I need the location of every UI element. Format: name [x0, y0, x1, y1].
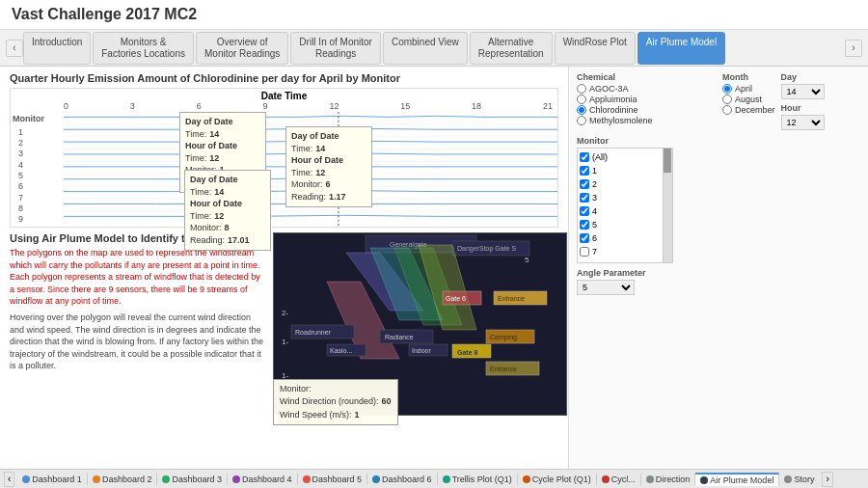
day-select[interactable]: 14 [781, 84, 825, 99]
monitor-checkbox-list[interactable]: (All) 1 2 3 4 5 6 7 [577, 148, 664, 263]
app-title: Vast Challenge 2017 MC2 [12, 6, 856, 23]
tab-introduction[interactable]: Introduction [23, 32, 91, 65]
monitor-rows: Monitor 123 456 789 [11, 112, 557, 226]
monitor-check-2[interactable]: 2 [580, 177, 661, 191]
right-panel: Chemical AGOC-3A Appluimonia Chlorodinin… [569, 67, 868, 488]
svg-text:Gate 6: Gate 6 [446, 295, 466, 302]
chemical-radios: AGOC-3A Appluimonia Chlorodinine Methylo… [577, 84, 715, 125]
bottom-tab-dashboard3[interactable]: Dashboard 3 [157, 474, 228, 485]
tab-air-plume[interactable]: Air Plume Model [637, 32, 725, 65]
navigation-bar: ‹ Introduction Monitors &Factories Locat… [0, 30, 868, 67]
map-hover-tooltip: Monitor: Wind Direction (rounded):60 Win… [273, 379, 398, 426]
svg-text:Kasio...: Kasio... [330, 347, 352, 354]
bottom-tab-cycle[interactable]: Cycle Plot (Q1) [518, 474, 597, 485]
monitor-check-all[interactable]: (All) [580, 150, 661, 164]
bottom-tab-cycl[interactable]: Cycl... [597, 474, 641, 485]
svg-text:Camping: Camping [490, 334, 517, 341]
svg-text:Radiance: Radiance [385, 334, 414, 340]
angle-label: Angle Parameter [577, 268, 860, 278]
map-section: Generalgate DangerStop Gate S [273, 232, 567, 425]
monitor-check-4[interactable]: 4 [580, 204, 661, 218]
description-para2: Hovering over the polygon will reveal th… [10, 312, 265, 372]
tooltip-monitor6: Day of Date Time:14 Hour of Date Time:12… [285, 126, 372, 207]
angle-group: Angle Parameter 5 [577, 268, 860, 295]
svg-text:5: 5 [525, 256, 529, 264]
bottom-tab-direction[interactable]: Direction [641, 474, 696, 485]
month-day-group: Month April August December Day 14 [722, 72, 860, 130]
svg-text:2-: 2- [282, 309, 288, 317]
svg-text:Roadrunner: Roadrunner [295, 329, 332, 336]
scrollbar-track[interactable] [664, 148, 673, 263]
monitor-check-3[interactable]: 3 [580, 191, 661, 204]
tab-overview[interactable]: Overview ofMonitor Readings [196, 32, 288, 65]
svg-text:Entrance: Entrance [490, 366, 517, 372]
chemical-radio-applu[interactable]: Appluimonia [577, 95, 715, 104]
bottom-tab-dashboard1[interactable]: Dashboard 1 [17, 474, 88, 485]
monitor-check-label: Monitor [577, 136, 860, 146]
tab-combined[interactable]: Combined View [383, 32, 468, 65]
day-label: Day [781, 72, 825, 82]
chemical-radio-agoc[interactable]: AGOC-3A [577, 84, 715, 94]
hour-select[interactable]: 12 [781, 115, 825, 130]
hour-label: Hour [781, 103, 825, 113]
nav-prev-button[interactable]: ‹ [6, 40, 23, 57]
bottom-tab-dashboard4[interactable]: Dashboard 4 [228, 474, 298, 485]
monitor-check-1[interactable]: 1 [580, 164, 661, 177]
nav-tabs-container: Introduction Monitors &Factories Locatio… [23, 32, 845, 65]
monitor-check-6[interactable]: 6 [580, 231, 661, 245]
bottom-tab-dashboard2[interactable]: Dashboard 2 [88, 474, 158, 485]
tab-drill-in[interactable]: Drill In of MonitorReadings [290, 32, 381, 65]
chemical-radio-chloro[interactable]: Chlorodinine [577, 105, 715, 115]
tooltip-monitor8: Day of Date Time:14 Hour of Date Time:12… [184, 170, 271, 251]
monitor-check-5[interactable]: 5 [580, 218, 661, 231]
bottom-nav-next[interactable]: › [822, 472, 832, 487]
bottom-tabs-list: Dashboard 1 Dashboard 2 Dashboard 3 Dash… [17, 473, 819, 486]
bottom-section: Using Air Plume Model to Identify the Po… [10, 232, 558, 425]
bottom-tab-bar: ‹ Dashboard 1 Dashboard 2 Dashboard 3 Da… [0, 469, 868, 488]
left-panel: Quarter Hourly Emission Amount of Chloro… [0, 67, 569, 488]
month-radios: April August December [722, 84, 775, 115]
svg-text:Gate 8: Gate 8 [457, 349, 478, 356]
chemical-group: Chemical AGOC-3A Appluimonia Chlorodinin… [577, 72, 715, 130]
month-radio-april[interactable]: April [722, 84, 775, 94]
chart-title: Quarter Hourly Emission Amount of Chloro… [10, 72, 558, 84]
monitor-check-7[interactable]: 7 [580, 245, 661, 258]
monitor-labels-col: Monitor 123 456 789 [11, 112, 64, 226]
monitor-group: Monitor (All) 1 2 3 4 5 6 7 [577, 136, 860, 263]
tab-windrose[interactable]: WindRose Plot [555, 32, 636, 65]
angle-select[interactable]: 5 [577, 280, 635, 295]
bottom-tab-trellis[interactable]: Trellis Plot (Q1) [438, 474, 518, 485]
app-header: Vast Challenge 2017 MC2 [0, 0, 868, 30]
main-chart: Date Time 0 3 6 9 12 15 18 21 Monitor 12… [10, 88, 558, 228]
chart-lines-area: Day of Date Time:14 Hour of Date Time:12… [64, 112, 557, 226]
chemical-radio-methyl[interactable]: Methylosmolene [577, 116, 715, 125]
month-label: Month [722, 72, 775, 82]
x-axis-label: Date Time [11, 89, 557, 101]
month-radio-december[interactable]: December [722, 105, 775, 115]
bottom-tab-dashboard5[interactable]: Dashboard 5 [298, 474, 368, 485]
bottom-tab-story[interactable]: Story [779, 474, 819, 485]
description-panel: Using Air Plume Model to Identify the Po… [10, 232, 265, 425]
svg-text:DangerStop Gate S: DangerStop Gate S [457, 245, 516, 253]
bottom-tab-dashboard6[interactable]: Dashboard 6 [367, 474, 438, 485]
main-content: Quarter Hourly Emission Amount of Chloro… [0, 67, 868, 488]
svg-text:1-: 1- [282, 338, 288, 346]
nav-next-button[interactable]: › [845, 40, 862, 57]
monitor-number-labels: 123 456 789 [11, 125, 64, 226]
tab-monitors[interactable]: Monitors &Factories Locations [93, 32, 194, 65]
tab-alternative[interactable]: AlternativeRepresentation [470, 32, 553, 65]
month-radio-august[interactable]: August [722, 95, 775, 104]
description-para1: The polygons on the map are used to repr… [10, 247, 265, 308]
bottom-tab-air-plume[interactable]: Air Plume Model [695, 473, 779, 486]
chemical-label: Chemical [577, 72, 715, 82]
svg-text:Indoor: Indoor [412, 347, 432, 354]
scrollbar-thumb[interactable] [664, 149, 671, 173]
bottom-nav-prev[interactable]: ‹ [4, 472, 14, 487]
svg-text:Entrance: Entrance [498, 295, 525, 302]
x-axis-ticks: 0 3 6 9 12 15 18 21 [64, 101, 553, 112]
controls-top-row: Chemical AGOC-3A Appluimonia Chlorodinin… [577, 72, 860, 130]
